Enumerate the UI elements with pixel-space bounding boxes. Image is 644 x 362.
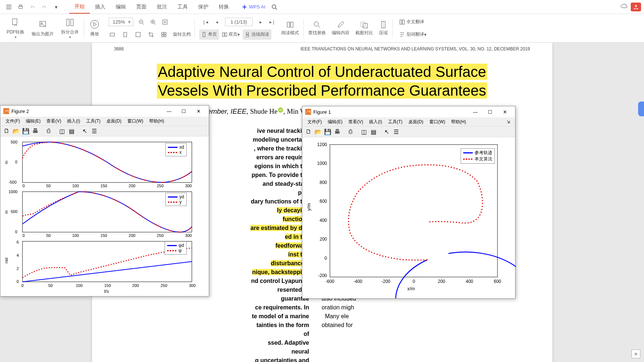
open-icon[interactable]: 📂 <box>12 127 20 135</box>
fit-page-icon[interactable] <box>120 29 130 40</box>
fig2-titlebar[interactable]: Figure 2 — ☐ ✕ <box>0 106 209 117</box>
fit-width-icon[interactable] <box>107 29 117 40</box>
next-page-icon[interactable]: ▸ <box>256 17 266 27</box>
svg-text:x/m: x/m <box>407 286 415 291</box>
menu-file[interactable]: 文件(F) <box>3 118 23 124</box>
minimize-icon[interactable]: — <box>162 106 176 117</box>
maximize-icon[interactable]: ☐ <box>176 106 191 117</box>
read-mode-button[interactable]: 阅读模式 <box>278 20 302 36</box>
pointer-icon[interactable]: ↖ <box>383 128 391 136</box>
wps-ai-button[interactable]: WPS AI <box>242 4 265 10</box>
new-icon[interactable]: 🗋 <box>3 127 11 135</box>
menu-view[interactable]: 查看(V) <box>43 118 64 124</box>
tab-start[interactable]: 开始 <box>69 0 90 14</box>
menu-window[interactable]: 窗口(W) <box>124 118 146 124</box>
last-page-icon[interactable]: ▸❘ <box>267 17 278 27</box>
find-replace-button[interactable]: 查找替换 <box>305 20 329 36</box>
undo-icon[interactable] <box>27 2 38 12</box>
inspector-icon[interactable]: ☰ <box>90 127 98 135</box>
save-icon[interactable]: 💾 <box>22 127 30 135</box>
add-button[interactable]: ＋ <box>631 349 640 358</box>
edit-content-button[interactable]: 编辑内容 <box>329 20 352 36</box>
screenshot-compare-button[interactable]: 截图对比 <box>352 20 376 36</box>
tab-convert[interactable]: 转换 <box>214 0 234 14</box>
menu-help[interactable]: 帮助(H) <box>146 118 167 124</box>
crop-icon[interactable] <box>146 29 156 40</box>
grid-icon[interactable] <box>159 29 169 40</box>
fit-icon[interactable] <box>160 17 170 27</box>
prev-page-icon[interactable]: ◂ <box>212 17 222 27</box>
menu-view[interactable]: 查看(V) <box>345 119 366 125</box>
menu-help[interactable]: 帮助(H) <box>448 119 469 125</box>
play-button[interactable]: 播放 <box>86 14 103 42</box>
menu-toggle-icon[interactable]: ⇲ <box>504 120 513 124</box>
save-icon[interactable]: 💾 <box>324 128 332 136</box>
svg-point-24 <box>314 22 319 26</box>
rotate-button[interactable]: 旋转文档 <box>171 29 193 40</box>
svg-rect-12 <box>110 33 115 36</box>
menu-desktop[interactable]: 桌面(D) <box>103 118 124 124</box>
selection-translate-button[interactable]: 划词翻译▾ <box>397 29 429 40</box>
new-icon[interactable]: 🗋 <box>305 128 313 136</box>
layout-icon[interactable]: ▤ <box>369 128 377 136</box>
app-menubar: ▾ 开始 插入 编辑 页面 批注 工具 保护 转换 WPS AI <box>0 0 644 14</box>
menu-insert[interactable]: 插入(I) <box>64 118 83 124</box>
print-icon[interactable] <box>15 2 26 12</box>
layout-icon[interactable]: ▤ <box>67 127 75 135</box>
zoom-in-icon[interactable] <box>148 17 158 27</box>
inspector-icon[interactable]: ☰ <box>392 128 400 136</box>
menu-insert[interactable]: 插入(I) <box>366 119 385 125</box>
page-indicator[interactable]: 1 (1/13) <box>225 18 253 26</box>
zoom-select[interactable]: 125% <box>109 18 133 26</box>
maximize-icon[interactable]: ☐ <box>483 106 497 117</box>
menu-tools[interactable]: 工具(T) <box>385 119 405 125</box>
menu-desktop[interactable]: 桌面(D) <box>405 119 426 125</box>
single-page-button[interactable]: 单页 <box>199 29 219 40</box>
close-icon[interactable]: ✕ <box>497 106 512 117</box>
chevron-down-icon[interactable]: ▾ <box>51 2 61 12</box>
full-translate-button[interactable]: 全文翻译 <box>397 17 429 27</box>
compress-button[interactable]: 压缩 <box>376 20 391 36</box>
menu-edit[interactable]: 编辑(E) <box>325 119 345 125</box>
tab-page[interactable]: 页面 <box>131 0 152 14</box>
svg-text:100: 100 <box>76 283 82 288</box>
dock-icon[interactable]: ◫ <box>360 128 368 136</box>
close-icon[interactable]: ✕ <box>191 106 206 117</box>
svg-text:-500: -500 <box>8 180 17 184</box>
tab-tools[interactable]: 工具 <box>172 0 193 14</box>
print-icon[interactable]: 🖶 <box>31 127 39 135</box>
minimize-icon[interactable]: — <box>468 106 483 117</box>
link-icon[interactable]: ⎙ <box>45 127 53 135</box>
tab-protect[interactable]: 保护 <box>193 0 214 14</box>
split-merge-button[interactable]: 拆分合并▾ <box>57 14 82 42</box>
share-button[interactable] <box>631 3 641 11</box>
open-icon[interactable]: 📂 <box>314 128 322 136</box>
fig1-titlebar[interactable]: Figure 1 — ☐ ✕ <box>302 106 515 117</box>
tab-edit[interactable]: 编辑 <box>110 0 131 14</box>
svg-text:m: m <box>4 161 8 164</box>
continuous-button[interactable]: 连续阅读 <box>243 29 271 40</box>
export-image-button[interactable]: 输出为图片 <box>28 14 57 42</box>
search-icon[interactable] <box>269 2 279 12</box>
redo-icon[interactable] <box>39 2 49 12</box>
print-icon[interactable]: 🖶 <box>333 128 341 136</box>
cloud-icon[interactable] <box>620 3 628 10</box>
menu-tools[interactable]: 工具(T) <box>83 118 103 124</box>
actual-size-icon[interactable] <box>133 29 143 40</box>
menu-edit[interactable]: 编辑(E) <box>23 118 43 124</box>
side-handle[interactable] <box>638 102 644 116</box>
hamburger-icon[interactable] <box>4 2 14 12</box>
menu-window[interactable]: 窗口(W) <box>426 119 448 125</box>
svg-text:1000: 1000 <box>317 161 327 166</box>
tab-insert[interactable]: 插入 <box>90 0 110 14</box>
double-page-button[interactable]: 双页▾ <box>220 29 242 40</box>
pdf-convert-button[interactable]: PDF转换▾ <box>3 14 28 42</box>
tab-annotate[interactable]: 批注 <box>152 0 172 14</box>
first-page-icon[interactable]: ❘◂ <box>200 17 210 27</box>
link-icon[interactable]: ⎙ <box>346 128 355 136</box>
pointer-icon[interactable]: ↖ <box>81 127 89 135</box>
dock-icon[interactable]: ◫ <box>58 127 66 135</box>
zoom-out-icon[interactable] <box>136 17 147 27</box>
svg-text:-200: -200 <box>318 273 327 278</box>
menu-file[interactable]: 文件(F) <box>305 119 325 125</box>
